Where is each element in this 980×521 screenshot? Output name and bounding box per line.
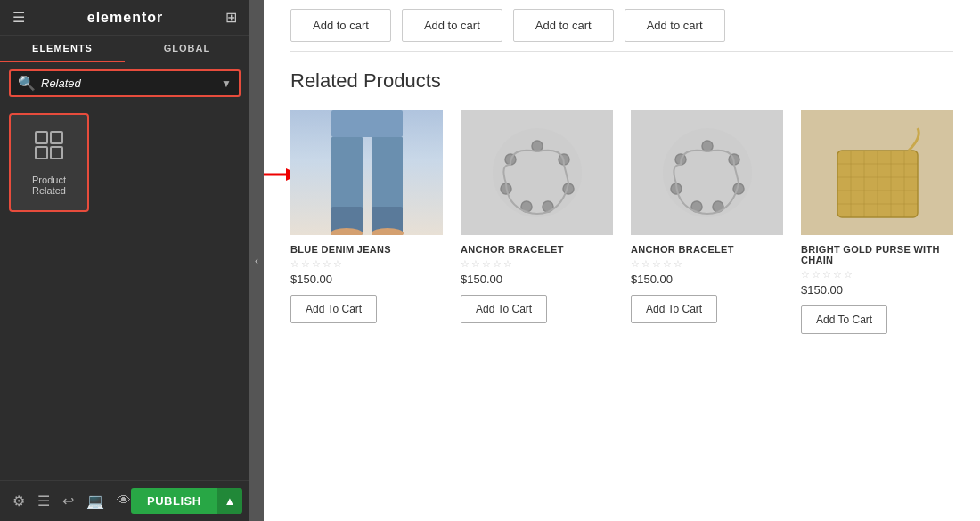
settings-icon[interactable]: ⚙	[12, 493, 25, 509]
svg-rect-7	[331, 110, 403, 137]
product-card-3: ANCHOR BRACELET ☆☆☆☆☆ $150.00 Add To Car…	[631, 110, 783, 334]
publish-group: PUBLISH ▲	[131, 488, 242, 514]
sidebar-header: ☰ elementor ⊞	[0, 0, 249, 36]
sidebar-bottom: ⚙ ☰ ↩ 💻 👁 PUBLISH ▲	[0, 480, 249, 521]
layers-icon[interactable]: ☰	[37, 493, 50, 509]
add-to-cart-btn-4[interactable]: Add To Cart	[801, 305, 887, 334]
product-price-3: $150.00	[631, 273, 783, 286]
svg-rect-3	[51, 147, 62, 159]
tab-global[interactable]: GLOBAL	[125, 36, 249, 62]
top-cart-row: Add to cart Add to cart Add to cart Add …	[290, 0, 953, 52]
product-related-widget[interactable]: Product Related	[9, 113, 89, 212]
grid-icon[interactable]: ⊞	[225, 9, 237, 26]
search-input[interactable]	[41, 77, 221, 90]
search-row: 🔍 ▼	[0, 62, 249, 104]
product-price-1: $150.00	[290, 273, 443, 286]
widget-label: Product Related	[20, 175, 78, 196]
product-stars-3: ☆☆☆☆☆	[631, 258, 783, 270]
product-related-icon	[33, 129, 65, 167]
svg-point-23	[702, 141, 713, 151]
add-to-cart-btn-2[interactable]: Add To Cart	[461, 295, 547, 323]
brand-title: elementor	[87, 10, 163, 26]
publish-arrow-button[interactable]: ▲	[217, 488, 243, 514]
hamburger-icon[interactable]: ☰	[12, 9, 25, 26]
search-icon: 🔍	[18, 75, 36, 92]
bottom-icons: ⚙ ☰ ↩ 💻 👁	[12, 493, 131, 509]
add-to-cart-btn-3[interactable]: Add To Cart	[631, 295, 717, 323]
product-name-4: BRIGHT GOLD PURSE WITH CHAIN	[801, 244, 953, 265]
svg-point-15	[532, 141, 543, 151]
tabs-row: ELEMENTS GLOBAL	[0, 36, 249, 62]
product-price-2: $150.00	[461, 273, 613, 286]
main-content: Add to cart Add to cart Add to cart Add …	[264, 0, 980, 521]
add-to-cart-btn-1[interactable]: Add To Cart	[290, 295, 377, 323]
product-price-4: $150.00	[801, 283, 953, 297]
product-image-4	[801, 110, 953, 235]
product-stars-1: ☆☆☆☆☆	[290, 258, 443, 270]
publish-button[interactable]: PUBLISH	[131, 488, 217, 514]
product-name-1: BLUE DENIM JEANS	[290, 244, 443, 255]
related-products-title: Related Products	[290, 69, 953, 93]
top-add-to-cart-2[interactable]: Add to cart	[402, 9, 502, 42]
tab-elements[interactable]: ELEMENTS	[0, 36, 125, 62]
collapse-handle[interactable]: ‹	[249, 0, 264, 521]
chevron-down-icon[interactable]: ▼	[221, 77, 232, 90]
product-image-1	[290, 110, 443, 235]
collapse-icon: ‹	[255, 255, 258, 267]
search-box: 🔍 ▼	[9, 69, 241, 97]
products-wrapper: BLUE DENIM JEANS ☆☆☆☆☆ $150.00 Add To Ca…	[290, 110, 953, 334]
top-add-to-cart-4[interactable]: Add to cart	[625, 9, 725, 42]
product-name-2: ANCHOR BRACELET	[461, 244, 613, 255]
product-stars-4: ☆☆☆☆☆	[801, 269, 953, 281]
product-name-3: ANCHOR BRACELET	[631, 244, 783, 255]
history-icon[interactable]: ↩	[62, 493, 74, 509]
product-image-3	[631, 110, 783, 235]
widget-area: Product Related	[0, 104, 249, 480]
top-add-to-cart-3[interactable]: Add to cart	[513, 9, 614, 42]
sidebar: ☰ elementor ⊞ ELEMENTS GLOBAL 🔍 ▼	[0, 0, 249, 521]
svg-rect-8	[331, 137, 363, 208]
product-card-2: ANCHOR BRACELET ☆☆☆☆☆ $150.00 Add To Car…	[461, 110, 613, 334]
products-grid: BLUE DENIM JEANS ☆☆☆☆☆ $150.00 Add To Ca…	[290, 110, 953, 334]
svg-rect-9	[372, 137, 403, 208]
svg-rect-1	[51, 132, 62, 143]
product-card-1: BLUE DENIM JEANS ☆☆☆☆☆ $150.00 Add To Ca…	[290, 110, 443, 334]
product-card-4: BRIGHT GOLD PURSE WITH CHAIN ☆☆☆☆☆ $150.…	[801, 110, 953, 334]
svg-rect-0	[36, 132, 47, 143]
product-image-2	[461, 110, 613, 235]
responsive-icon[interactable]: 💻	[86, 493, 104, 509]
preview-icon[interactable]: 👁	[117, 493, 131, 509]
top-add-to-cart-1[interactable]: Add to cart	[290, 9, 391, 42]
svg-rect-2	[36, 147, 47, 159]
product-stars-2: ☆☆☆☆☆	[461, 258, 613, 270]
